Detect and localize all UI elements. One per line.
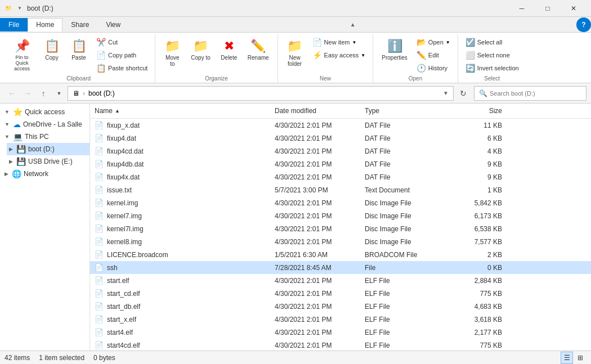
open-icon: 📂 bbox=[417, 38, 426, 47]
sidebar-item-this-pc[interactable]: ▼ 💻 This PC bbox=[0, 131, 89, 143]
sidebar-label-network: Network bbox=[24, 170, 48, 178]
close-button[interactable]: ✕ bbox=[561, 0, 586, 17]
delete-button[interactable]: ✖ Delete bbox=[217, 36, 241, 64]
table-row[interactable]: 📄 kernel8.img 4/30/2021 2:01 PM Disc Ima… bbox=[90, 235, 591, 248]
tab-home[interactable]: Home bbox=[28, 18, 62, 32]
table-row[interactable]: 📄 start_cd.elf 4/30/2021 2:01 PM ELF Fil… bbox=[90, 287, 591, 300]
delete-icon: ✖ bbox=[224, 39, 234, 53]
maximize-button[interactable]: □ bbox=[535, 0, 561, 17]
column-header-name[interactable]: Name ▲ bbox=[90, 105, 270, 117]
rename-button[interactable]: ✏️ Rename bbox=[244, 36, 273, 64]
select-all-button[interactable]: ☑️ Select all bbox=[463, 36, 522, 48]
new-folder-icon: 📁 bbox=[287, 39, 302, 53]
table-row[interactable]: 📄 fixup4.dat 4/30/2021 2:01 PM DAT File … bbox=[90, 132, 591, 145]
select-none-icon: ⬜ bbox=[465, 51, 475, 60]
file-type-cell: ELF File bbox=[360, 327, 450, 338]
delete-label: Delete bbox=[221, 55, 237, 61]
select-all-icon: ☑️ bbox=[465, 38, 475, 47]
table-row[interactable]: 📄 LICENCE.broadcom 1/5/2021 6:30 AM BROA… bbox=[90, 248, 591, 261]
table-row[interactable]: 📄 issue.txt 5/7/2021 3:00 PM Text Docume… bbox=[90, 183, 591, 196]
file-size-cell: 9 KB bbox=[450, 159, 507, 169]
paste-shortcut-button[interactable]: 📋 Paste shortcut bbox=[93, 62, 150, 74]
file-name: issue.txt bbox=[107, 186, 132, 194]
easy-access-button[interactable]: ⚡ Easy access ▼ bbox=[310, 49, 369, 61]
file-name-cell: 📄 issue.txt bbox=[90, 185, 270, 195]
ribbon-collapse-button[interactable]: ▲ bbox=[346, 19, 360, 31]
edit-button[interactable]: ✏️ Edit bbox=[414, 49, 453, 61]
table-row[interactable]: 📄 fixup4x.dat 4/30/2021 2:01 PM DAT File… bbox=[90, 170, 591, 183]
file-size-cell: 2,177 KB bbox=[450, 327, 507, 338]
forward-button[interactable]: → bbox=[20, 86, 35, 101]
paste-label: Paste bbox=[71, 55, 86, 61]
open-button[interactable]: 📂 Open ▼ bbox=[414, 36, 453, 48]
sidebar-label-quick-access: Quick access bbox=[25, 108, 65, 116]
file-name-cell: 📄 fixup4.dat bbox=[90, 133, 270, 143]
back-button[interactable]: ← bbox=[5, 86, 19, 101]
column-header-type[interactable]: Type bbox=[360, 105, 450, 117]
move-to-button[interactable]: 📁 Moveto bbox=[160, 36, 185, 70]
statusbar: 42 items 1 item selected 0 bytes ☰ ⊞ bbox=[0, 350, 591, 364]
sidebar-item-network[interactable]: ▶ 🌐 Network bbox=[0, 168, 89, 180]
sidebar-item-quick-access[interactable]: ▼ ⭐ Quick access bbox=[0, 106, 89, 118]
history-button[interactable]: 🕐 History bbox=[414, 62, 453, 74]
copy-path-button[interactable]: 📄 Copy path bbox=[93, 49, 150, 61]
file-type-cell: Disc Image File bbox=[360, 237, 450, 247]
copy-button[interactable]: 📋 Copy bbox=[39, 36, 64, 64]
select-none-button[interactable]: ⬜ Select none bbox=[463, 49, 522, 61]
details-view-button[interactable]: ☰ bbox=[561, 352, 573, 364]
tab-share[interactable]: Share bbox=[62, 18, 97, 32]
drive-e-icon: 💾 bbox=[16, 157, 26, 166]
table-row[interactable]: 📄 kernel7l.img 4/30/2021 2:01 PM Disc Im… bbox=[90, 222, 591, 235]
tab-view[interactable]: View bbox=[97, 18, 129, 32]
file-list[interactable]: 📄 fixup_x.dat 4/30/2021 2:01 PM DAT File… bbox=[90, 119, 591, 350]
new-item-button[interactable]: 📄 New item ▼ bbox=[310, 36, 369, 48]
table-row[interactable]: 📄 start_x.elf 4/30/2021 2:01 PM ELF File… bbox=[90, 313, 591, 326]
file-size-cell: 2,884 KB bbox=[450, 276, 507, 286]
file-name: kernel.img bbox=[107, 199, 138, 207]
table-row[interactable]: 📄 start.elf 4/30/2021 2:01 PM ELF File 2… bbox=[90, 274, 591, 287]
search-bar[interactable]: 🔍 bbox=[474, 86, 586, 101]
pin-to-quick-access-button[interactable]: 📌 Pin to Quickaccess bbox=[7, 36, 37, 74]
refresh-button[interactable]: ↻ bbox=[456, 86, 471, 101]
new-folder-button[interactable]: 📁 Newfolder bbox=[283, 36, 307, 70]
column-header-size[interactable]: Size bbox=[450, 105, 507, 117]
file-date-cell: 4/30/2021 2:01 PM bbox=[270, 224, 360, 234]
edit-icon: ✏️ bbox=[417, 51, 426, 60]
file-date-cell: 5/7/2021 3:00 PM bbox=[270, 185, 360, 195]
up-button[interactable]: ↑ bbox=[36, 86, 51, 101]
sidebar-item-boot-d[interactable]: ▶ 💾 boot (D:) bbox=[7, 143, 89, 155]
file-date-cell: 4/30/2021 2:01 PM bbox=[270, 159, 360, 169]
tab-file[interactable]: File bbox=[0, 18, 28, 32]
copy-to-button[interactable]: 📁 Copy to bbox=[187, 36, 214, 64]
table-row[interactable]: 📄 fixup4db.dat 4/30/2021 2:01 PM DAT Fil… bbox=[90, 158, 591, 170]
address-bar[interactable]: 🖥 › boot (D:) ▼ bbox=[68, 86, 454, 101]
paste-button[interactable]: 📋 Paste bbox=[66, 36, 91, 64]
invert-selection-button[interactable]: 🔄 Invert selection bbox=[463, 62, 522, 74]
table-row[interactable]: 📄 kernel7.img 4/30/2021 2:01 PM Disc Ima… bbox=[90, 209, 591, 222]
organize-section-label: Organize bbox=[160, 74, 272, 82]
window-controls: ─ □ ✕ bbox=[509, 0, 586, 17]
table-row[interactable]: 📄 fixup_x.dat 4/30/2021 2:01 PM DAT File… bbox=[90, 119, 591, 132]
table-row[interactable]: 📄 start4cd.elf 4/30/2021 2:01 PM ELF Fil… bbox=[90, 339, 591, 350]
sidebar-item-usb-e[interactable]: ▶ 💾 USB Drive (E:) bbox=[7, 155, 89, 168]
file-date-cell: 4/30/2021 2:01 PM bbox=[270, 133, 360, 143]
table-row[interactable]: 📄 kernel.img 4/30/2021 2:01 PM Disc Imag… bbox=[90, 196, 591, 209]
file-icon: 📄 bbox=[95, 212, 104, 220]
search-input[interactable] bbox=[490, 90, 581, 97]
select-small-group: ☑️ Select all ⬜ Select none 🔄 Invert sel… bbox=[463, 36, 522, 74]
file-name-cell: 📄 start4cd.elf bbox=[90, 340, 270, 350]
table-row[interactable]: 📄 start_db.elf 4/30/2021 2:01 PM ELF Fil… bbox=[90, 300, 591, 313]
table-row[interactable]: 📄 start4.elf 4/30/2021 2:01 PM ELF File … bbox=[90, 326, 591, 339]
new-section-label: New bbox=[283, 74, 369, 82]
help-button[interactable]: ? bbox=[576, 17, 591, 32]
properties-button[interactable]: ℹ️ Properties bbox=[378, 36, 411, 64]
sidebar-item-onedrive[interactable]: ▼ ☁ OneDrive - La Salle bbox=[0, 118, 89, 131]
minimize-button[interactable]: ─ bbox=[509, 0, 535, 17]
large-icons-view-button[interactable]: ⊞ bbox=[574, 352, 586, 364]
table-row[interactable]: 📄 ssh 7/28/2021 8:45 AM File 0 KB bbox=[90, 261, 591, 274]
table-row[interactable]: 📄 fixup4cd.dat 4/30/2021 2:01 PM DAT Fil… bbox=[90, 145, 591, 158]
network-icon: 🌐 bbox=[12, 169, 21, 178]
cut-button[interactable]: ✂️ Cut bbox=[93, 36, 150, 48]
recent-locations-button[interactable]: ▼ bbox=[52, 86, 66, 101]
column-header-date[interactable]: Date modified bbox=[270, 105, 360, 117]
